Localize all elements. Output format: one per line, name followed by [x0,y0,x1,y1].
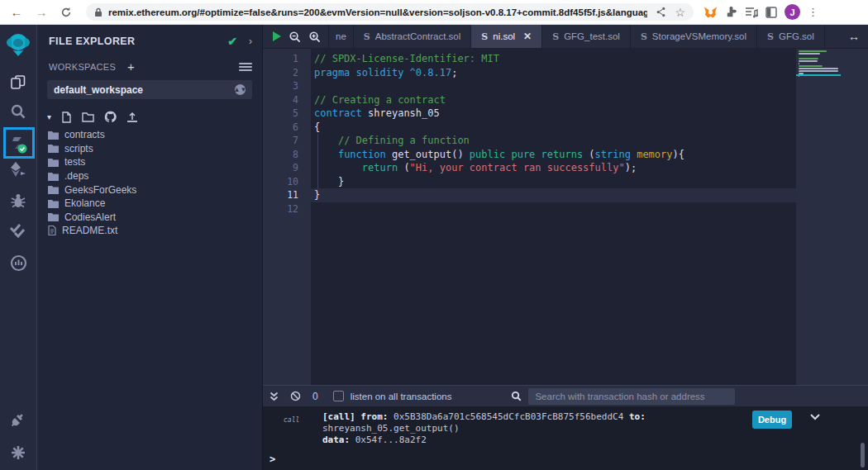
listen-transactions-label: listen on all transactions [351,392,452,401]
tree-item-scripts[interactable]: scripts [37,142,262,156]
sourcify-plugin-icon[interactable] [0,254,36,272]
back-icon[interactable]: ← [7,2,26,22]
file-explorer-icon[interactable] [0,74,36,91]
tree-item-label: CodiesAlert [64,211,116,223]
panel-title: FILE EXPLORER [49,36,227,47]
call-log-entry[interactable]: [call] from: 0x5B38Da6a701c568545dCfcB03… [322,411,769,446]
forward-icon[interactable]: → [31,2,51,22]
folder-icon [48,144,59,153]
workspace-select-caret-icon: ▲▼ [235,84,246,95]
plugin-manager-icon[interactable] [0,411,36,427]
tree-item-ekolance[interactable]: Ekolance [37,197,262,211]
minimap-line [799,53,820,55]
terminal: 0 listen on all transactions call [call]… [263,385,868,470]
solidity-compiler-icon[interactable] [0,133,36,154]
tree-item-tests[interactable]: tests [37,155,262,169]
code-line-3 [311,79,796,93]
browser-profile-avatar[interactable]: J [785,4,800,20]
browser-menu-icon[interactable]: ⋮ [808,6,818,18]
clear-console-icon[interactable] [290,391,301,401]
code-content[interactable]: // SPDX-License-Identifier: MITpragma so… [311,49,796,385]
tree-item-label: scripts [64,143,93,154]
editor-tab-storagevsmemory-sol[interactable]: SStorageVSMemory.sol [631,25,757,48]
line-number: 4 [263,93,311,107]
expand-tabs-icon[interactable]: ↔ [840,25,868,48]
reload-icon[interactable] [56,2,76,22]
remix-logo[interactable] [0,31,36,58]
zoom-out-icon[interactable] [289,31,301,43]
tree-item-codiesalert[interactable]: CodiesAlert [37,211,262,225]
line-number: 2 [263,66,311,80]
metamask-extension-icon[interactable] [703,6,718,19]
minimap-slider[interactable] [796,74,841,76]
tree-item-readme-txt[interactable]: README.txt [37,224,262,238]
log-expand-chevron-icon[interactable] [810,414,820,420]
line-number: 6 [263,121,311,135]
workspace-select[interactable]: default_workspace ▲▼ [47,80,252,99]
folder-icon [48,172,59,181]
deploy-run-icon[interactable] [0,161,36,178]
code-editor[interactable]: 123456789101112 // SPDX-License-Identifi… [263,49,868,385]
terminal-search-input[interactable] [528,388,735,405]
upload-file-icon[interactable] [126,112,138,123]
tree-collapse-caret-icon[interactable]: ▾ [47,112,51,121]
tree-item-geeksforgeeks[interactable]: GeeksForGeeks [37,183,262,197]
editor-tab-ne[interactable]: ne [328,25,354,48]
line-number: 10 [263,175,311,189]
share-icon[interactable] [656,7,666,17]
tree-item-label: README.txt [62,225,117,236]
code-line-12 [311,202,796,216]
address-bar[interactable]: remix.ethereum.org/#optimize=false&runs=… [86,3,694,21]
bookmark-star-icon[interactable]: ☆ [675,6,685,19]
line-number: 7 [263,134,311,148]
publish-gist-github-icon[interactable] [104,111,117,123]
panel-collapse-chevron-icon[interactable]: › [249,36,252,47]
tab-label: ne [336,31,346,41]
new-file-icon[interactable] [61,112,72,123]
code-line-1: // SPDX-License-Identifier: MIT [311,52,796,66]
solidity-unit-testing-icon[interactable] [0,223,36,238]
debug-button[interactable]: Debug [752,411,792,429]
tree-item-label: Ekolance [64,197,105,209]
terminal-prompt[interactable]: > [269,453,275,465]
minimap-line [799,50,827,52]
editor-tab-abstractcontract-sol[interactable]: SAbstractContract.sol [354,25,472,48]
close-tab-icon[interactable]: ✕ [523,31,532,42]
tree-item-contracts[interactable]: contracts [37,128,262,142]
file-explorer-panel: FILE EXPLORER ✔ › WORKSPACES + default_w… [37,25,263,470]
side-panel-icon[interactable] [765,7,777,18]
code-line-7: // Defining a function [311,134,796,148]
editor-tab-bar: neSAbstractContract.solSni.sol✕SGFG_test… [263,25,868,49]
debugger-icon[interactable] [0,192,36,209]
lock-icon [94,7,103,17]
workspace-menu-icon[interactable] [239,63,252,71]
minimap-line [799,58,818,59]
zoom-in-icon[interactable] [308,31,321,43]
minimap-line [799,60,818,62]
line-number: 12 [263,202,311,216]
tab-label: GFG_test.sol [564,31,620,41]
code-line-5: contract shreyansh_05 [311,107,796,121]
terminal-collapse-icon[interactable] [269,392,279,401]
editor-minimap-strip[interactable] [796,49,868,385]
folder-icon [48,131,59,140]
terminal-log[interactable]: call [call] from: 0x5B38Da6a701c568545dC… [263,406,868,470]
add-workspace-icon[interactable]: + [127,59,239,74]
line-number: 8 [263,148,311,162]
code-line-8: function get_output() public pure return… [311,148,796,162]
listen-transactions-checkbox[interactable] [333,391,344,401]
settings-gear-icon[interactable] [0,445,36,460]
editor-tab-gfg-test-sol[interactable]: SGFG_test.sol [542,25,631,48]
reading-list-icon[interactable] [745,7,758,18]
line-number: 11 [263,188,311,202]
file-icon [48,226,56,235]
folder-icon [48,158,59,167]
editor-tab-gfg-sol[interactable]: SGFG.sol [757,25,825,48]
search-plugin-icon[interactable] [0,103,36,120]
run-script-play-icon[interactable] [273,31,281,41]
new-folder-icon[interactable] [82,112,94,122]
editor-tab-ni-sol[interactable]: Sni.sol✕ [471,25,542,48]
terminal-scrollbar-thumb[interactable] [861,443,865,468]
extensions-puzzle-icon[interactable] [725,6,737,18]
tree-item--deps[interactable]: .deps [37,169,262,183]
